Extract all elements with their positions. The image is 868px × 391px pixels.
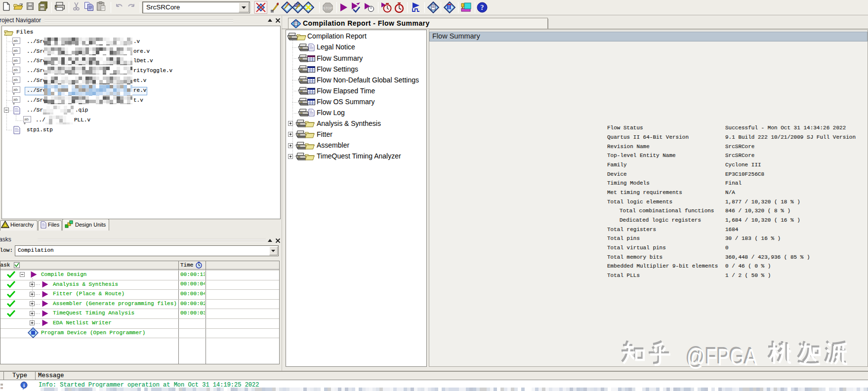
svg-text:ab: ab xyxy=(13,87,18,92)
svg-text:ab: ab xyxy=(13,78,18,82)
svg-text:ab: ab xyxy=(13,48,18,53)
svg-text:ab: ab xyxy=(13,39,18,43)
svg-text:ab: ab xyxy=(24,117,29,121)
svg-text:STOP: STOP xyxy=(323,6,332,10)
svg-text:@FPGA: @FPGA xyxy=(687,344,757,369)
svg-text:i: i xyxy=(23,382,25,388)
svg-text:ab: ab xyxy=(13,58,18,63)
svg-text:ab: ab xyxy=(13,68,18,72)
svg-text:?: ? xyxy=(481,4,484,11)
svg-text:ab: ab xyxy=(13,97,18,102)
